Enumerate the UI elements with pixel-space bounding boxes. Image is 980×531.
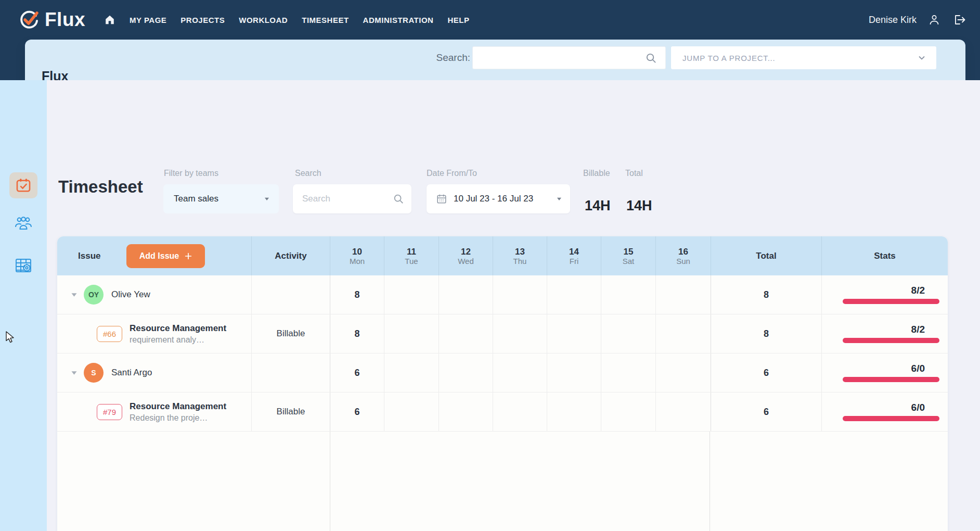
member-name: Santi Argo xyxy=(111,368,152,378)
stats-bar xyxy=(843,338,939,343)
table-row-group: OY Olive Yew 8 8 8/2 xyxy=(57,275,948,314)
plus-icon xyxy=(184,252,192,260)
filter-search-input[interactable] xyxy=(295,194,393,204)
stats-value: 6/0 xyxy=(822,402,948,412)
chevron-down-icon xyxy=(917,53,927,63)
left-sidebar xyxy=(0,80,47,531)
avatar[interactable]: S xyxy=(84,363,104,383)
avatar[interactable]: OY xyxy=(84,285,104,305)
top-navigation-bar: Flux MY PAGE PROJECTS WORKLOAD TIMESHEET… xyxy=(0,0,980,40)
total-label: Total xyxy=(625,169,643,178)
day-cell[interactable] xyxy=(493,353,547,392)
flux-logo-icon xyxy=(18,8,41,31)
jump-to-project-select[interactable]: JUMP TO A PROJECT... xyxy=(671,46,936,69)
billable-label: Billable xyxy=(583,169,610,178)
timesheet-calendar-check-icon xyxy=(15,176,32,194)
page-title: Timesheet xyxy=(58,177,143,197)
flux-logo[interactable]: Flux xyxy=(18,8,85,31)
date-range-picker[interactable]: 10 Jul 23 - 16 Jul 23 xyxy=(427,184,570,213)
date-range-label: Date From/To xyxy=(427,169,477,178)
day-cell[interactable]: 6 xyxy=(330,353,384,392)
home-icon[interactable] xyxy=(104,14,115,26)
issue-id-badge[interactable]: #79 xyxy=(97,404,122,420)
day-cell[interactable] xyxy=(439,393,493,431)
main-content: Timesheet Filter by teams Team sales Sea… xyxy=(47,80,980,531)
day-cell[interactable]: 6 xyxy=(330,393,384,431)
total-column-header: Total xyxy=(711,236,821,275)
brand-name: Flux xyxy=(45,9,85,31)
sidebar-item-resources[interactable] xyxy=(14,257,33,274)
nav-workload[interactable]: WORKLOAD xyxy=(239,16,288,24)
team-filter-select[interactable]: Team sales xyxy=(163,184,279,213)
total-hours-value: 14H xyxy=(626,198,652,214)
day-cell[interactable] xyxy=(547,393,601,431)
day-cell[interactable] xyxy=(439,353,493,392)
search-icon[interactable] xyxy=(645,52,657,66)
issue-title[interactable]: Resource Management xyxy=(130,323,231,334)
day-cell[interactable] xyxy=(547,314,601,353)
day-cell[interactable] xyxy=(547,353,601,392)
day-cell[interactable] xyxy=(601,353,655,392)
filter-teams-label: Filter by teams xyxy=(164,169,218,178)
stats-value: 6/0 xyxy=(822,363,948,373)
day-cell[interactable]: 8 xyxy=(330,275,384,314)
table-row-group: S Santi Argo 6 6 6/0 xyxy=(57,353,948,393)
stats-cell: 8/2 xyxy=(821,314,948,353)
sidebar-item-teams[interactable] xyxy=(14,216,33,231)
day-cell[interactable] xyxy=(547,275,601,314)
stats-value: 8/2 xyxy=(822,324,948,334)
day-cell[interactable] xyxy=(601,393,655,431)
nav-timesheet[interactable]: TIMESHEET xyxy=(302,16,349,24)
day-cell[interactable] xyxy=(601,314,655,353)
day-cell[interactable] xyxy=(493,275,547,314)
day-cell[interactable] xyxy=(439,275,493,314)
triangle-down-icon xyxy=(71,370,78,376)
collapse-toggle[interactable] xyxy=(57,370,84,376)
day-cell[interactable] xyxy=(384,275,439,314)
activity-column-header: Activity xyxy=(251,236,330,275)
total-cell: 6 xyxy=(711,353,821,392)
table-header-row: Issue Add Issue Activity 10Mon 11Tue 12W… xyxy=(57,236,948,275)
add-issue-button[interactable]: Add Issue xyxy=(126,244,205,268)
day-cell[interactable] xyxy=(384,314,439,353)
activity-cell xyxy=(251,275,330,314)
stats-cell: 6/0 xyxy=(821,393,948,431)
search-icon[interactable] xyxy=(393,193,404,205)
issue-title[interactable]: Resource Management xyxy=(130,401,231,412)
nav-administration[interactable]: ADMINISTRATION xyxy=(363,16,434,24)
day-cell[interactable] xyxy=(384,353,439,392)
day-cell[interactable] xyxy=(655,314,711,353)
billable-hours-value: 14H xyxy=(585,198,611,214)
nav-projects[interactable]: PROJECTS xyxy=(180,16,225,24)
day-cell[interactable] xyxy=(655,353,711,392)
day-cell[interactable]: 8 xyxy=(330,314,384,353)
stats-bar xyxy=(843,416,939,421)
issue-id-badge[interactable]: #66 xyxy=(97,326,122,342)
sidebar-item-timesheet[interactable] xyxy=(9,172,37,198)
nav-help[interactable]: HELP xyxy=(447,16,469,24)
stats-cell: 6/0 xyxy=(821,353,948,392)
user-icon[interactable] xyxy=(928,14,940,26)
day-cell[interactable] xyxy=(655,275,711,314)
nav-my-page[interactable]: MY PAGE xyxy=(130,16,166,24)
activity-cell: Billable xyxy=(251,393,330,431)
day-cell[interactable] xyxy=(439,314,493,353)
collapse-toggle[interactable] xyxy=(57,292,84,298)
day-cell[interactable] xyxy=(493,393,547,431)
day-cell[interactable] xyxy=(601,275,655,314)
stats-column-header: Stats xyxy=(821,236,948,275)
stats-value: 8/2 xyxy=(822,285,948,295)
day-column-header: 16Sun xyxy=(655,236,711,275)
day-cell[interactable] xyxy=(655,393,711,431)
day-column-header: 13Thu xyxy=(493,236,547,275)
stats-cell: 8/2 xyxy=(821,275,948,314)
activity-cell xyxy=(251,353,330,392)
logout-icon[interactable] xyxy=(952,14,965,26)
teams-people-icon xyxy=(14,216,33,231)
activity-cell: Billable xyxy=(251,314,330,353)
day-cell[interactable] xyxy=(493,314,547,353)
global-search-input[interactable] xyxy=(472,46,666,69)
day-cell[interactable] xyxy=(384,393,439,431)
user-name[interactable]: Denise Kirk xyxy=(869,15,917,26)
table-empty-area xyxy=(57,432,948,531)
